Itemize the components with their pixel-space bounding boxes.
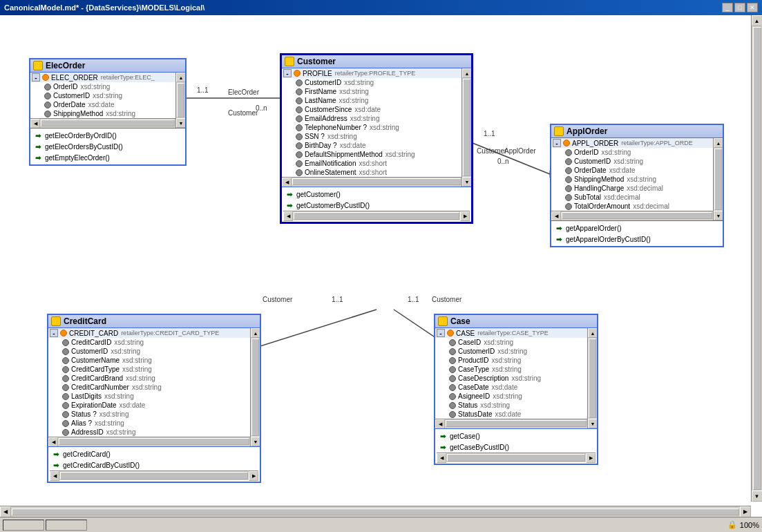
attr-row: ExpirationDatexsd:date xyxy=(48,401,250,410)
scroll-up-button[interactable]: ▲ xyxy=(752,15,763,26)
attr-row: LastNamexsd:string xyxy=(282,96,461,105)
method-row: ➡ getApparelOrderByCustID() xyxy=(553,234,721,245)
attrs-hscrollbar[interactable]: ◀ ▶ xyxy=(48,437,260,446)
attr-row: CreditCardIDxsd:string xyxy=(48,338,250,347)
method-hscrollbar[interactable]: ◀ ▶ xyxy=(50,471,258,480)
attr-row: ShippingMethodxsd:string xyxy=(551,175,713,184)
svg-line-6 xyxy=(473,143,550,174)
customer-group-name: PROFILE xyxy=(303,70,332,77)
case-header: ⚡ Case xyxy=(435,315,597,328)
attr-row: Alias ?xsd:string xyxy=(48,419,250,428)
customer-attr-group: - PROFILE retailerType:PROFILE_TYPE xyxy=(282,68,461,78)
attrs-hscrollbar[interactable]: ◀ ▶ xyxy=(30,118,185,128)
attrs-vscrollbar[interactable]: ▲ ▼ xyxy=(587,328,597,428)
attr-row: SubTotalxsd:decimal xyxy=(551,193,713,202)
status-bar: 🔒 100% xyxy=(0,517,762,532)
attr-circle-icon xyxy=(294,70,301,77)
lock-icon: 🔒 xyxy=(727,520,737,529)
attr-row: SSN ?xsd:string xyxy=(282,132,461,141)
elec-order-methods: ➡ getElecOrderByOrdID() ➡ getElecOrdersB… xyxy=(30,129,185,164)
scroll-down-button[interactable]: ▼ xyxy=(752,491,763,502)
attr-row: Statusxsd:string xyxy=(435,401,587,410)
attr-circle-icon xyxy=(42,74,49,81)
attr-dot xyxy=(44,111,51,117)
case-attrs: - CASE retailerType:CASE_TYPE CaseIDxsd:… xyxy=(435,328,597,429)
appl-order-attr-group: - APPL_ORDER retailerType:APPL_ORDE xyxy=(551,138,713,148)
attrs-hscrollbar[interactable]: ◀ ▶ xyxy=(282,177,471,187)
customer-header: ⚡ Customer xyxy=(282,55,471,68)
attr-row: TotalOrderAmountxsd:decimal xyxy=(551,202,713,211)
svg-text:1..1: 1..1 xyxy=(408,296,419,303)
attr-row: ShippingMethodxsd:string xyxy=(30,109,175,118)
vertical-scrollbar[interactable]: ▲ ▼ xyxy=(751,15,762,502)
horizontal-scrollbar[interactable]: ◀ ▶ xyxy=(0,506,751,517)
credit-card-box[interactable]: ⚡ CreditCard - CREDIT_CARD retailerType:… xyxy=(47,314,261,483)
elec-order-box[interactable]: ⚡ ElecOrder - ELEC_ORDER retailerType:EL… xyxy=(29,58,187,166)
customer-box[interactable]: ⚡ Customer - PROFILE retailerType:PROFIL… xyxy=(280,54,473,223)
attr-dot xyxy=(44,102,51,108)
attrs-hscrollbar[interactable]: ◀ ▶ xyxy=(551,211,723,220)
elec-order-group-name: ELEC_ORDER xyxy=(51,74,98,82)
credit-card-header: ⚡ CreditCard xyxy=(48,315,260,328)
attr-row: DefaultShippmentMethodxsd:string xyxy=(282,150,461,159)
attr-row: OrderDatexsd:date xyxy=(551,166,713,175)
svg-text:1..1: 1..1 xyxy=(197,86,209,94)
attr-row: OrderIDxsd:string xyxy=(551,148,713,157)
scroll-right-button[interactable]: ▶ xyxy=(740,506,751,517)
attr-row: EmailAddressxsd:string xyxy=(282,114,461,123)
method-row: ➡ getCreditCardByCustID() xyxy=(50,459,258,471)
attr-row: CustomerIDxsd:string xyxy=(30,91,175,100)
attr-row: AddressIDxsd:string xyxy=(48,428,250,437)
attrs-vscrollbar[interactable]: ▲ ▼ xyxy=(713,138,723,220)
status-bar-left xyxy=(3,520,87,531)
method-hscrollbar[interactable]: ◀ ▶ xyxy=(283,211,470,220)
svg-text:ElecOrder: ElecOrder xyxy=(228,88,260,96)
scroll-left-button[interactable]: ◀ xyxy=(0,506,11,517)
elec-order-attrs: - ELEC_ORDER retailerType:ELEC_ OrderIDx… xyxy=(30,73,185,129)
elec-order-group-type: retailerType:ELEC_ xyxy=(101,74,155,81)
attrs-vscrollbar[interactable]: ▲ ▼ xyxy=(461,68,471,187)
svg-text:0..n: 0..n xyxy=(497,158,509,165)
attr-row: CustomerIDxsd:string xyxy=(282,78,461,87)
attr-row: HandlingChargexsd:decimal xyxy=(551,184,713,193)
attrs-hscrollbar[interactable]: ◀ ▶ xyxy=(435,419,597,428)
elec-order-attr-group: - ELEC_ORDER retailerType:ELEC_ xyxy=(30,73,175,82)
attr-row: CreditCardNumberxsd:string xyxy=(48,383,250,392)
attr-dot xyxy=(44,93,51,99)
minimize-button[interactable]: _ xyxy=(722,3,733,12)
attr-row: CustomerSincexsd:date xyxy=(282,105,461,114)
credit-card-methods: ➡ getCreditCard() ➡ getCreditCardByCustI… xyxy=(48,447,260,482)
close-button[interactable]: ✕ xyxy=(747,3,758,12)
appl-order-methods: ➡ getApparelOrder() ➡ getApparelOrderByC… xyxy=(551,221,723,246)
credit-card-title: CreditCard xyxy=(64,316,106,326)
attr-row: OnlineStatementxsd:short xyxy=(282,168,461,177)
title-bar: CanonicalModel.md* - {DataServices}\MODE… xyxy=(0,0,762,15)
attr-row: OrderDatexsd:date xyxy=(30,100,175,109)
scroll-thumb-horizontal[interactable] xyxy=(12,509,739,515)
credit-card-attr-group: - CREDIT_CARD retailerType:CREDIT_CARD_T… xyxy=(48,328,250,338)
method-hscrollbar[interactable]: ◀ ▶ xyxy=(437,453,596,462)
customer-icon: ⚡ xyxy=(285,57,294,66)
attr-row: CaseIDxsd:string xyxy=(435,338,587,347)
attr-row: BirthDay ?xsd:date xyxy=(282,141,461,150)
attr-row: FirstNamexsd:string xyxy=(282,87,461,96)
case-box[interactable]: ⚡ Case - CASE retailerType:CASE_TYPE Cas… xyxy=(434,314,598,465)
attr-row: CreditCardBrandxsd:string xyxy=(48,374,250,383)
elec-order-icon: ⚡ xyxy=(33,61,43,70)
method-row: ➡ getEmptyElecOrder() xyxy=(32,152,184,163)
method-row: ➡ getCase() xyxy=(437,430,596,441)
zoom-label: 100% xyxy=(740,521,759,529)
attr-row: LastDigitsxsd:string xyxy=(48,392,250,401)
method-row: ➡ getCustomer() xyxy=(283,189,470,200)
svg-text:1..1: 1..1 xyxy=(484,130,495,137)
method-row: ➡ getCreditCard() xyxy=(50,448,258,459)
maximize-button[interactable]: □ xyxy=(734,3,745,12)
scroll-thumb-vertical[interactable] xyxy=(753,27,761,490)
attr-row: EmailNotificationxsd:short xyxy=(282,159,461,168)
window-controls[interactable]: _ □ ✕ xyxy=(722,3,758,12)
canvas-area: 1..1 ElecOrder 0..n Customer 1..1 0..n A… xyxy=(0,15,762,517)
case-methods: ➡ getCase() ➡ getCaseByCustID() ◀ ▶ xyxy=(435,429,597,464)
attrs-vscrollbar[interactable]: ▲ ▼ xyxy=(250,328,260,446)
attrs-vscrollbar[interactable]: ▲ ▼ xyxy=(175,73,185,128)
appl-order-box[interactable]: ⚡ ApplOrder - APPL_ORDER retailerType:AP… xyxy=(550,124,724,247)
